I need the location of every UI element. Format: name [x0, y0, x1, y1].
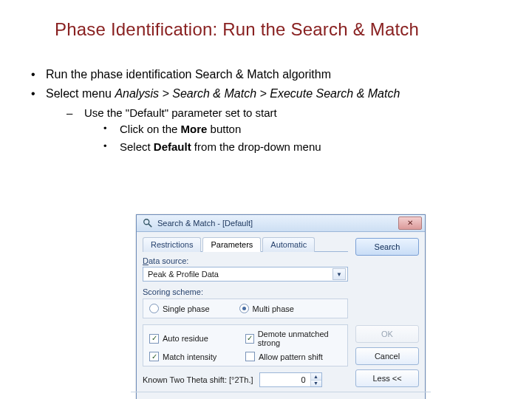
- tab-restrictions[interactable]: Restrictions: [143, 237, 201, 252]
- checkbox-icon: [245, 334, 254, 344]
- sub-3-pre: Select: [120, 140, 154, 153]
- radio-multi-phase-label: Multi phase: [253, 304, 294, 313]
- data-source-label: DData source:ata source:: [143, 256, 348, 265]
- checkbox-match-intensity-label: Match intensity: [163, 352, 216, 361]
- data-source-dropdown[interactable]: Peak & Profile Data ▼: [143, 267, 348, 282]
- radio-icon: [149, 304, 159, 313]
- tab-automatic[interactable]: Automatic: [262, 237, 315, 252]
- bullet-1-text: Run the phase identification Search & Ma…: [46, 68, 331, 81]
- sub-3-bold: Default: [154, 140, 191, 153]
- spinner: ▲ ▼: [310, 373, 321, 386]
- less-button[interactable]: Less <<: [355, 369, 419, 387]
- tab-parameters-label: Parameters: [211, 240, 253, 249]
- sub-1: Use the "Default" parameter set to start…: [66, 106, 507, 154]
- radio-single-phase[interactable]: Single phase: [149, 304, 210, 313]
- chevron-down-icon: ▼: [332, 268, 346, 280]
- checkbox-demote-unmatched-label: Demote unmatched strong: [258, 330, 341, 347]
- dialog-side-buttons: Search OK Cancel Less <<: [355, 236, 419, 387]
- bullet-1: Run the phase identification Search & Ma…: [28, 66, 507, 83]
- checkbox-icon: [149, 334, 159, 344]
- options-group: Auto residue Demote unmatched strong Mat…: [143, 324, 348, 366]
- checkbox-match-intensity[interactable]: Match intensity: [149, 352, 245, 361]
- sub-2-bold: More: [181, 123, 208, 135]
- sub-3: Select Default from the drop-down menu: [99, 140, 507, 154]
- sub-2-post: button: [207, 123, 241, 135]
- dialog-title: Search & Match - [Default]: [157, 219, 398, 228]
- checkbox-icon: [245, 352, 255, 361]
- slide-title: Phase Identification: Run the Search & M…: [55, 19, 507, 40]
- sub-2: Click on the More button: [99, 122, 507, 137]
- two-theta-row: Known Two Theta shift: [°2Th.] 0 ▲ ▼: [143, 372, 348, 387]
- dialog-app-icon: [143, 218, 153, 228]
- bullet-2: Select menu Analysis > Search & Match > …: [28, 86, 507, 154]
- checkbox-auto-residue[interactable]: Auto residue: [149, 330, 245, 347]
- scoring-scheme-group: Single phase Multi phase: [143, 299, 348, 318]
- svg-point-0: [144, 219, 149, 225]
- close-button[interactable]: ✕: [398, 216, 422, 230]
- sub-1-text: Use the "Default" parameter set to start: [84, 106, 277, 119]
- radio-single-phase-label: Single phase: [163, 304, 210, 313]
- two-theta-value: 0: [260, 373, 310, 386]
- dialog-main-panel: Restrictions Parameters Automatic DData …: [143, 236, 348, 387]
- search-match-dialog: Search & Match - [Default] ✕ Restriction…: [136, 214, 426, 399]
- dialog-titlebar[interactable]: Search & Match - [Default] ✕: [137, 215, 425, 232]
- cancel-button[interactable]: Cancel: [355, 347, 419, 365]
- cancel-button-label: Cancel: [375, 352, 400, 361]
- search-button[interactable]: Search: [355, 238, 419, 256]
- tab-parameters[interactable]: Parameters: [202, 237, 261, 252]
- sub-sub-list: Click on the More button Select Default …: [84, 122, 507, 154]
- spin-down-icon[interactable]: ▼: [311, 381, 321, 387]
- separator: [131, 392, 431, 392]
- less-button-label: Less <<: [372, 374, 401, 383]
- two-theta-input[interactable]: 0 ▲ ▼: [259, 372, 322, 387]
- scoring-scheme-label: Scoring scheme:: [143, 287, 348, 296]
- spin-up-icon[interactable]: ▲: [311, 373, 321, 381]
- sub-list: Use the "Default" parameter set to start…: [46, 106, 507, 154]
- bullet-2-menu-path: Analysis > Search & Match > Execute Sear…: [115, 87, 400, 100]
- sub-2-pre: Click on the: [120, 123, 181, 135]
- tab-restrictions-label: Restrictions: [151, 240, 193, 249]
- ok-button-label: OK: [381, 330, 393, 338]
- radio-multi-phase[interactable]: Multi phase: [239, 304, 294, 313]
- bullet-list: Run the phase identification Search & Ma…: [25, 66, 507, 154]
- radio-icon: [239, 304, 249, 313]
- tabstrip: Restrictions Parameters Automatic: [143, 236, 348, 252]
- svg-line-1: [149, 224, 151, 227]
- two-theta-label: Known Two Theta shift: [°2Th.]: [143, 375, 253, 384]
- checkbox-allow-pattern-shift-label: Allow pattern shift: [259, 352, 323, 361]
- slide: Phase Identification: Run the Search & M…: [0, 0, 532, 399]
- checkbox-auto-residue-label: Auto residue: [163, 334, 208, 343]
- search-button-label: Search: [375, 242, 400, 251]
- checkbox-icon: [149, 352, 159, 361]
- checkbox-demote-unmatched[interactable]: Demote unmatched strong: [245, 330, 341, 347]
- tab-automatic-label: Automatic: [270, 240, 307, 249]
- data-source-value: Peak & Profile Data: [148, 270, 332, 279]
- checkbox-allow-pattern-shift[interactable]: Allow pattern shift: [245, 352, 341, 361]
- ok-button: OK: [355, 325, 419, 343]
- bullet-2-pre: Select menu: [46, 87, 115, 100]
- sub-3-post: from the drop-down menu: [191, 140, 321, 153]
